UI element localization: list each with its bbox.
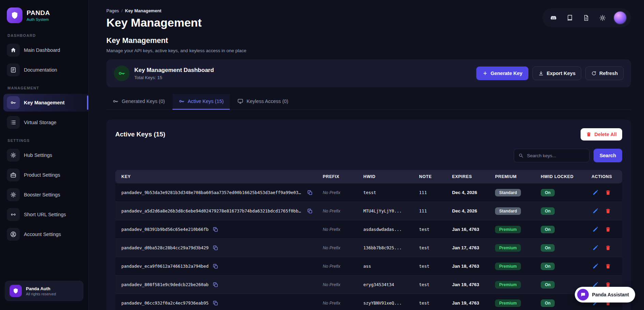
- sidebar-item-key-management[interactable]: Key Management: [3, 94, 88, 112]
- logo: PANDA Auth System: [0, 0, 88, 27]
- note-value: test: [419, 300, 429, 306]
- hwid-locked-badge: On: [541, 226, 555, 233]
- edit-key-icon[interactable]: [591, 225, 599, 233]
- sidebar-item-documentation[interactable]: Documentation: [3, 61, 85, 79]
- sidebar-item-product-settings[interactable]: Product Settings: [3, 166, 85, 184]
- export-keys-button[interactable]: Export Keys: [533, 67, 581, 80]
- topbar: [542, 8, 631, 27]
- sidebar-item-label: Documentation: [24, 67, 57, 73]
- docs-file-icon[interactable]: [579, 11, 593, 25]
- hwid-locked-badge: On: [541, 263, 555, 270]
- premium-badge: Premium: [495, 281, 521, 289]
- tab-generated-keys[interactable]: Generated Keys (0): [106, 94, 171, 110]
- gear-icon: [7, 188, 20, 201]
- copy-key-button[interactable]: [212, 263, 219, 270]
- sidebar: PANDA Auth System DASHBOARD Main Dashboa…: [0, 0, 89, 310]
- search-input[interactable]: [526, 153, 585, 159]
- expires-value: Jan 19, 4763: [452, 300, 479, 306]
- copy-key-button[interactable]: [306, 189, 313, 196]
- copy-key-button[interactable]: [212, 245, 219, 251]
- prefix-value: No Prefix: [323, 264, 340, 269]
- sidebar-item-short-url-settings[interactable]: Short URL Settings: [3, 206, 85, 223]
- tab-active-keys[interactable]: Active Keys (15): [173, 94, 230, 110]
- hwid-value: MTU4LjYyLjY0...: [363, 208, 402, 213]
- monitor-icon: [237, 98, 243, 104]
- prefix-value: No Prefix: [323, 227, 340, 232]
- sidebar-item-virtual-storage[interactable]: Virtual Storage: [3, 114, 85, 131]
- copy-key-button[interactable]: [306, 208, 313, 215]
- col-hwid-locked: HWID LOCKED: [536, 170, 587, 183]
- expires-value: Jan 18, 4763: [452, 264, 479, 269]
- note-value: test: [419, 264, 429, 269]
- link-icon: [7, 208, 20, 221]
- sidebar-item-booster-settings[interactable]: Booster Settings: [3, 186, 85, 204]
- search-icon: [518, 153, 524, 158]
- key-icon: [179, 98, 185, 104]
- prefix-value: No Prefix: [323, 282, 340, 287]
- col-note: NOTE: [414, 170, 447, 183]
- search-box: [514, 149, 589, 162]
- premium-badge: Premium: [495, 244, 521, 252]
- key-value: pandadev_9b53da3e9281b3d348e708ba605aa73…: [121, 190, 303, 195]
- breadcrumb-current: Key Management: [125, 8, 162, 13]
- copy-key-button[interactable]: [212, 226, 219, 233]
- sidebar-item-label: Virtual Storage: [24, 120, 57, 125]
- key-management-dashboard-card: Key Management Dashboard Total Keys: 15 …: [106, 59, 631, 87]
- search-button[interactable]: Search: [594, 149, 622, 162]
- edit-key-icon[interactable]: [591, 189, 599, 196]
- hwid-locked-badge: On: [541, 207, 555, 215]
- copy-key-button[interactable]: [212, 281, 219, 288]
- generate-key-button[interactable]: Generate Key: [476, 67, 529, 80]
- copy-key-button[interactable]: [212, 300, 219, 307]
- note-value: test: [419, 282, 429, 287]
- table-row: pandadev_08391b9bd56c65e4e210b66fbNo Pre…: [115, 220, 622, 239]
- breadcrumb-pages[interactable]: Pages: [106, 8, 119, 13]
- avatar[interactable]: [613, 11, 627, 25]
- expires-value: Jan 19, 4763: [452, 282, 479, 287]
- total-keys-count: Total Keys: 15: [134, 75, 214, 80]
- delete-all-button[interactable]: Delete All: [581, 128, 622, 141]
- key-value: pandadev_06cc932f0a2c4ec97936eab95: [121, 300, 209, 306]
- edit-key-icon[interactable]: [591, 262, 599, 270]
- discord-icon[interactable]: [546, 11, 560, 25]
- trash-icon: [586, 132, 591, 137]
- edit-key-icon[interactable]: [591, 207, 599, 215]
- changelog-book-icon[interactable]: [563, 11, 576, 25]
- theme-toggle-sun-icon[interactable]: [596, 11, 609, 25]
- note-value: 111: [419, 208, 427, 213]
- prefix-value: No Prefix: [323, 209, 340, 213]
- refresh-icon: [591, 71, 597, 76]
- col-premium: PREMIUM: [490, 170, 536, 183]
- premium-badge: Standard: [495, 189, 521, 196]
- section-label-dashboard: DASHBOARD: [0, 27, 88, 40]
- panda-assistant-button[interactable]: Panda Assistant: [575, 287, 635, 302]
- sidebar-item-hub-settings[interactable]: Hub Settings: [3, 146, 85, 164]
- table-header-row: KEY PREFIX HWID NOTE EXPIRES PREMIUM HWI…: [115, 170, 622, 183]
- shield-logo-icon: [7, 8, 23, 23]
- home-icon: [7, 44, 20, 57]
- sidebar-item-main-dashboard[interactable]: Main Dashboard: [3, 41, 85, 59]
- hwid-value: ass: [363, 264, 371, 269]
- logo-subtitle: Auth System: [27, 17, 50, 21]
- refresh-button[interactable]: Refresh: [585, 67, 624, 80]
- page-title: Key Management: [106, 16, 202, 29]
- table-row: pandadev_808f581e9c9dedcb22be260abNo Pre…: [115, 276, 622, 294]
- prefix-value: No Prefix: [323, 301, 340, 306]
- edit-key-icon[interactable]: [591, 244, 599, 252]
- delete-key-icon[interactable]: [604, 189, 612, 196]
- premium-badge: Standard: [495, 207, 521, 215]
- prefix-value: No Prefix: [323, 246, 340, 250]
- tab-keyless-access[interactable]: Keyless Access (0): [231, 94, 295, 110]
- sidebar-item-account-settings[interactable]: Account Settings: [3, 225, 85, 243]
- chat-icon: [577, 289, 589, 300]
- expires-value: Dec 4, 2026: [452, 208, 477, 213]
- key-value: pandadev_eca9f0612a746613b2a794bed: [121, 264, 209, 269]
- briefcase-icon: [7, 168, 20, 181]
- delete-key-icon[interactable]: [604, 207, 612, 215]
- key-value: pandadev_08391b9bd56c65e4e210b66fb: [121, 227, 209, 232]
- table-row: pandadev_9b53da3e9281b3d348e708ba605aa73…: [115, 183, 622, 202]
- col-prefix: PREFIX: [318, 170, 359, 183]
- delete-key-icon[interactable]: [604, 262, 612, 270]
- delete-key-icon[interactable]: [604, 244, 612, 252]
- delete-key-icon[interactable]: [604, 225, 612, 233]
